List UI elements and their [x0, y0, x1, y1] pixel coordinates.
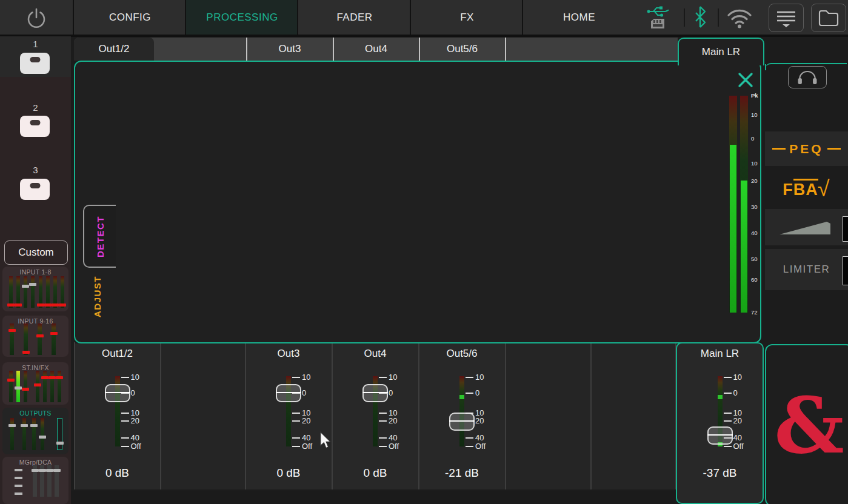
bank-mgrp-dca[interactable]: MGrp/DCA — [2, 457, 68, 504]
strip-label: Main LR — [677, 348, 763, 360]
mini-fader-strip — [22, 418, 26, 450]
divider — [718, 8, 719, 27]
strip-label: Out5/6 — [419, 348, 505, 360]
mini-fader-strip — [50, 371, 54, 402]
mini-fader-mark — [59, 303, 66, 307]
fader-tick — [121, 420, 129, 422]
mute-slot-icon — [30, 120, 40, 125]
mini-fader-mark — [39, 436, 46, 439]
nav-tab-fx[interactable]: FX — [410, 0, 523, 35]
headphones-icon — [795, 70, 820, 85]
strip-out1-2[interactable]: Out1/2100102040Off0 dB — [75, 343, 160, 489]
fader-tick — [379, 377, 387, 378]
divider — [684, 8, 685, 27]
strip-out3[interactable]: Out3100102040Off0 dB — [245, 343, 332, 489]
library-button[interactable] — [811, 4, 846, 32]
bottom-band — [71, 491, 675, 504]
wifi-status — [725, 6, 754, 29]
fader-tick-label: 20 — [389, 416, 397, 426]
menu-button[interactable] — [769, 4, 804, 32]
bank-st-in-fx[interactable]: ST.IN/FX — [2, 362, 68, 405]
fba-button[interactable]: FBA√ — [765, 171, 848, 204]
fader-tick — [121, 446, 129, 447]
mini-fader-mark — [22, 388, 29, 391]
strip-main-lr[interactable]: Main LR100102040Off-37 dB — [676, 342, 764, 504]
strip-out5-6[interactable]: Out5/6100102040Off-21 dB — [419, 343, 505, 489]
tab-adjust[interactable]: ADJUST — [83, 267, 111, 327]
fader-tick-label: 10 — [475, 373, 484, 382]
fader-tick — [724, 446, 732, 447]
fba-logo: FBA√ — [783, 175, 830, 201]
mini-fader-mark — [36, 334, 44, 337]
tab-detect[interactable]: DETECT — [83, 205, 116, 268]
meter-notch — [459, 395, 464, 399]
mute-group-3-button[interactable] — [20, 179, 50, 200]
meter-notch — [718, 395, 723, 399]
usb-icon — [647, 7, 669, 17]
fader-knob[interactable] — [362, 384, 388, 402]
limiter-button[interactable]: LIMITER — [765, 249, 848, 290]
strip-out4[interactable]: Out4100102040Off0 dB — [332, 343, 418, 489]
mute-group-2-button[interactable] — [20, 116, 50, 137]
close-button[interactable] — [735, 69, 756, 91]
mini-fader-mark — [22, 285, 29, 288]
mini-fader-strip — [57, 418, 62, 450]
strip-divider — [332, 342, 333, 489]
strip-divider — [505, 342, 506, 489]
strip-divider — [418, 342, 419, 489]
nav-tab-config[interactable]: CONFIG — [73, 0, 186, 35]
fader-tick-label: 10 — [302, 373, 310, 382]
meter-scale-tick: 20 — [751, 177, 758, 184]
meter-fill — [741, 181, 747, 313]
strip-label: Out1/2 — [75, 348, 160, 360]
power-button[interactable] — [0, 0, 73, 35]
mini-fader-mark — [22, 351, 30, 354]
mini-fader-strip — [58, 371, 61, 402]
bank-input-1-8[interactable]: INPUT 1-8 — [2, 267, 68, 311]
mini-fader-mark — [46, 469, 53, 472]
tab-main-lr[interactable]: Main LR — [678, 38, 764, 65]
nav-tab-fader[interactable]: FADER — [297, 0, 411, 35]
geq-button[interactable] — [765, 209, 848, 245]
peq-button[interactable]: PEQ — [765, 131, 848, 166]
fader-value: 0 dB — [245, 466, 332, 480]
fader-tick — [292, 377, 300, 378]
bank-outputs[interactable]: OUTPUTS — [2, 408, 68, 454]
strip-divider — [74, 342, 75, 489]
mini-fader-strip — [24, 371, 27, 402]
limiter-gr-meter — [843, 256, 848, 285]
fader-knob[interactable] — [105, 384, 130, 402]
mini-fader-mark — [29, 283, 36, 286]
fader-tick — [121, 437, 129, 439]
bank-title: INPUT 1-8 — [2, 268, 68, 276]
folder-icon — [816, 6, 841, 30]
mute-group-1-button[interactable] — [20, 53, 50, 74]
nav-tab-processing[interactable]: PROCESSING — [185, 0, 298, 35]
meter-scale-tick: Pk — [751, 92, 758, 99]
tab-out1-2[interactable]: Out1/2 — [74, 38, 154, 61]
custom-layer-button[interactable]: Custom — [4, 240, 68, 265]
fader-knob[interactable] — [449, 413, 475, 431]
mini-fader-strip — [43, 371, 47, 402]
usb-sd-status — [645, 4, 672, 31]
fader-tick — [724, 393, 732, 394]
fader-tick-label: 20 — [302, 416, 310, 426]
tab-out5-6[interactable]: Out5/6 — [419, 38, 505, 61]
fader-tick-label: 10 — [389, 373, 397, 382]
mini-fader-mark — [32, 469, 39, 472]
nav-tab-home[interactable]: HOME — [522, 0, 635, 35]
fader-knob[interactable] — [707, 426, 733, 445]
mute-slot-icon — [30, 57, 40, 62]
headphones-button[interactable] — [788, 66, 827, 88]
fader-knob[interactable] — [276, 384, 301, 402]
tab-out3[interactable]: Out3 — [247, 38, 333, 61]
dca-dash — [15, 469, 22, 471]
tab-out4[interactable]: Out4 — [333, 38, 419, 61]
bank-input-9-16[interactable]: INPUT 9-16 — [2, 316, 68, 357]
brand-ampersand-logo: & — [774, 386, 844, 464]
mute-slot-icon — [30, 183, 40, 188]
fader-tick — [292, 420, 300, 422]
mini-fader-mark — [56, 376, 63, 379]
mini-fader-mark — [30, 424, 38, 427]
mini-fader-mark — [44, 303, 52, 307]
